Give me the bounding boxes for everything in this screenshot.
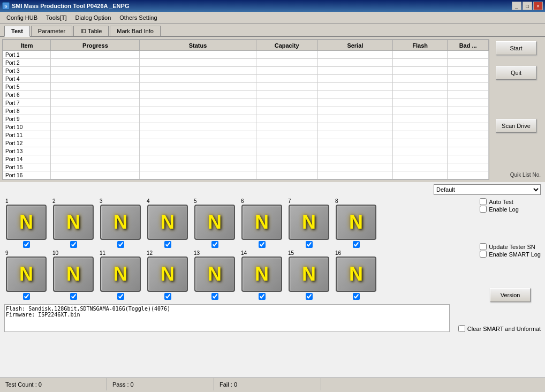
port-icon-3[interactable]: N (100, 205, 141, 240)
port-data-cell (51, 91, 140, 99)
port-data-cell (51, 123, 140, 131)
port-icon-13[interactable]: N (194, 257, 235, 292)
port-button-15[interactable]: 15N (287, 250, 331, 300)
port-data-cell (448, 83, 489, 91)
port-checkbox-5[interactable] (211, 241, 218, 248)
port-checkbox-14[interactable] (259, 293, 266, 300)
scan-drive-button[interactable]: Scan Drive (496, 119, 536, 133)
port-icon-11[interactable]: N (100, 257, 141, 292)
close-button[interactable]: × (533, 2, 543, 10)
port-data-cell (256, 67, 317, 75)
port-checkbox-8[interactable] (353, 241, 360, 248)
port-data-cell (140, 59, 256, 67)
port-icon-5[interactable]: N (194, 205, 235, 240)
port-button-11[interactable]: 11N (99, 250, 142, 300)
clear-smart-label: Clear SMART and Unformat (467, 326, 541, 332)
enable-smart-log-label: Enable SMART Log (489, 251, 541, 258)
menu-dialog-option[interactable]: Dialog Option (71, 13, 116, 22)
port-name-cell: Port 14 (3, 155, 51, 163)
list-dropdown[interactable]: Default (434, 184, 541, 195)
port-data-cell (256, 147, 317, 155)
port-icon-6[interactable]: N (241, 205, 282, 240)
port-button-5[interactable]: 5N (193, 198, 237, 248)
port-num-label-1: 1 (5, 198, 9, 204)
tab-id-table[interactable]: ID Table (73, 26, 109, 36)
window-controls[interactable]: _ □ × (512, 2, 543, 10)
port-button-7[interactable]: 7N (287, 198, 331, 248)
enable-smart-log-checkbox[interactable] (480, 251, 487, 258)
enable-log-checkbox[interactable] (480, 206, 487, 213)
port-checkbox-15[interactable] (306, 293, 313, 300)
start-button[interactable]: Start (496, 41, 536, 55)
port-icon-8[interactable]: N (336, 205, 376, 240)
port-data-cell (317, 171, 393, 179)
port-button-6[interactable]: 6N (240, 198, 284, 248)
port-icon-7[interactable]: N (289, 205, 329, 240)
tabs-bar: Test Parameter ID Table Mark Bad Info (0, 24, 545, 37)
port-button-4[interactable]: 4N (146, 198, 190, 248)
port-data-cell (393, 59, 448, 67)
tab-parameter[interactable]: Parameter (31, 26, 72, 36)
port-name-cell: Port 16 (3, 171, 51, 179)
port-button-9[interactable]: 9N (4, 250, 48, 300)
port-button-14[interactable]: 14N (240, 250, 284, 300)
port-icon-12[interactable]: N (147, 257, 188, 292)
port-icon-1[interactable]: N (6, 205, 47, 240)
port-checkbox-11[interactable] (117, 293, 124, 300)
port-checkbox-6[interactable] (259, 241, 266, 248)
port-data-cell (256, 123, 317, 131)
port-checkbox-9[interactable] (23, 293, 30, 300)
port-num-label-14: 14 (241, 250, 247, 256)
port-checkbox-1[interactable] (23, 241, 30, 248)
port-data-cell (256, 83, 317, 91)
menu-config-hub[interactable]: Config HUB (2, 13, 42, 22)
port-icon-4[interactable]: N (147, 205, 188, 240)
port-checkbox-3[interactable] (117, 241, 124, 248)
auto-test-checkbox[interactable] (480, 198, 487, 205)
port-button-8[interactable]: 8N (334, 198, 378, 248)
port-icon-14[interactable]: N (241, 257, 282, 292)
port-name-cell: Port 7 (3, 99, 51, 107)
port-data-cell (51, 51, 140, 59)
tab-test[interactable]: Test (4, 26, 30, 37)
clear-smart-checkbox[interactable] (458, 325, 465, 332)
port-button-3[interactable]: 3N (99, 198, 142, 248)
port-button-12[interactable]: 12N (146, 250, 190, 300)
port-checkbox-13[interactable] (211, 293, 218, 300)
table-row: Port 13 (3, 147, 489, 155)
version-button[interactable]: Version (490, 288, 531, 302)
port-button-16[interactable]: 16N (334, 250, 378, 300)
port-button-10[interactable]: 10N (51, 250, 95, 300)
port-checkbox-12[interactable] (164, 293, 171, 300)
port-button-13[interactable]: 13N (193, 250, 237, 300)
port-icon-10[interactable]: N (53, 257, 94, 292)
port-checkbox-10[interactable] (70, 293, 77, 300)
maximize-button[interactable]: □ (523, 2, 532, 10)
minimize-button[interactable]: _ (512, 2, 521, 10)
port-icon-2[interactable]: N (53, 205, 94, 240)
port-data-cell (140, 163, 256, 171)
port-checkbox-7[interactable] (306, 241, 313, 248)
port-num-label-10: 10 (52, 250, 58, 256)
quik-label: Quik List No. (491, 172, 541, 178)
port-data-cell (448, 115, 489, 123)
pass-section: Pass : 0 (107, 378, 214, 390)
port-num-label-6: 6 (241, 198, 244, 204)
flash-info-textarea[interactable] (5, 305, 449, 331)
bottom-section: Default 1N2N3N4N5N6N7N8N 9N10N11N12N13N1… (0, 182, 545, 378)
quit-button[interactable]: Quit (496, 66, 536, 80)
port-button-2[interactable]: 2N (51, 198, 95, 248)
tab-mark-bad-info[interactable]: Mark Bad Info (110, 26, 160, 36)
port-checkbox-16[interactable] (353, 293, 360, 300)
port-icon-9[interactable]: N (6, 257, 47, 292)
port-button-1[interactable]: 1N (4, 198, 48, 248)
update-tester-sn-checkbox[interactable] (480, 243, 487, 250)
port-data-cell (448, 123, 489, 131)
port-icon-15[interactable]: N (289, 257, 329, 292)
port-checkbox-2[interactable] (70, 241, 77, 248)
port-checkbox-4[interactable] (164, 241, 171, 248)
menu-others-setting[interactable]: Others Setting (115, 13, 161, 22)
menu-tools[interactable]: Tools[T] (42, 13, 71, 22)
port-icon-16[interactable]: N (336, 257, 376, 292)
port-data-cell (393, 83, 448, 91)
